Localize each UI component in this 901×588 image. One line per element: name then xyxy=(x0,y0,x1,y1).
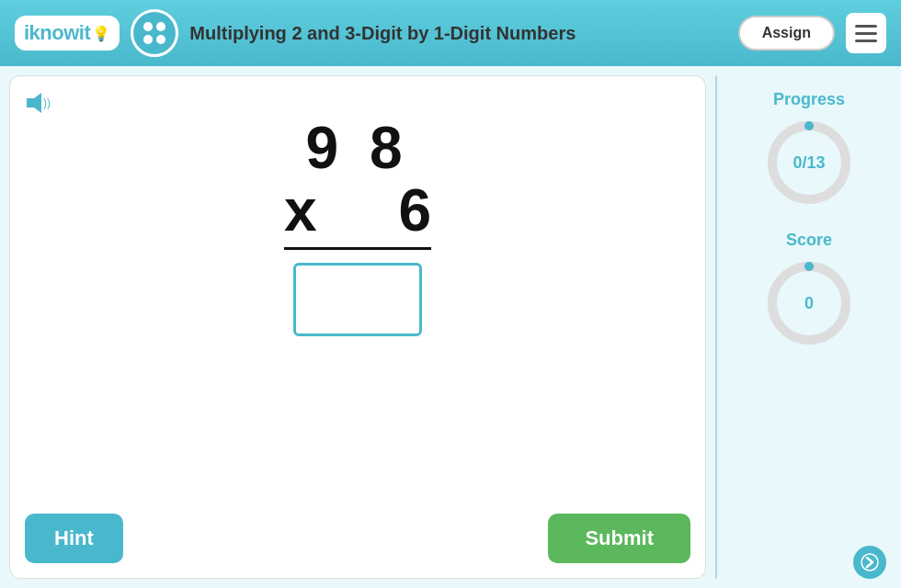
logo-text: iknowit xyxy=(24,21,90,45)
hamburger-line xyxy=(855,32,877,35)
panel-divider xyxy=(715,75,717,579)
svg-point-6 xyxy=(861,554,878,571)
submit-button[interactable]: Submit xyxy=(548,514,690,563)
problem-divider xyxy=(284,247,431,250)
svg-text:)): )) xyxy=(43,96,51,109)
problem-multiplier-row: x 6 xyxy=(284,181,431,240)
problem-panel: )) 9 8 x 6 Hint Submit xyxy=(9,75,706,579)
hint-button[interactable]: Hint xyxy=(25,514,123,563)
progress-label: Progress xyxy=(773,90,845,109)
film-icon xyxy=(131,9,178,57)
app-header: iknowit 💡 Multiplying 2 and 3-Digit by 1… xyxy=(0,0,901,66)
film-dot xyxy=(156,35,165,44)
score-value: 0 xyxy=(804,294,814,313)
lesson-title: Multiplying 2 and 3-Digit by 1-Digit Num… xyxy=(189,23,726,44)
film-dots xyxy=(143,22,165,44)
film-dot xyxy=(143,22,153,31)
svg-marker-0 xyxy=(27,93,41,113)
math-problem: 9 8 x 6 xyxy=(25,91,690,563)
progress-gauge: 0/13 xyxy=(763,117,855,209)
multiply-symbol: x xyxy=(284,181,317,240)
answer-input-box[interactable] xyxy=(293,263,422,336)
bottom-bar: Hint Submit xyxy=(25,514,690,563)
film-dot xyxy=(156,22,165,31)
progress-value: 0/13 xyxy=(793,153,825,173)
hamburger-line xyxy=(855,40,877,42)
sound-icon[interactable]: )) xyxy=(25,91,52,120)
menu-button[interactable] xyxy=(846,13,886,53)
logo: iknowit 💡 xyxy=(15,16,120,51)
main-area: )) 9 8 x 6 Hint Submit Progress xyxy=(0,66,901,588)
score-label: Score xyxy=(786,231,832,250)
assign-button[interactable]: Assign xyxy=(738,16,835,51)
progress-section: Progress 0/13 xyxy=(763,90,855,209)
stats-panel: Progress 0/13 Score 0 xyxy=(726,75,892,579)
next-arrow-button[interactable] xyxy=(853,546,886,579)
problem-top-number: 9 8 xyxy=(306,119,410,177)
bulb-icon: 💡 xyxy=(92,25,110,42)
film-dot xyxy=(143,35,153,44)
multiplier-number: 6 xyxy=(398,181,431,240)
hamburger-line xyxy=(855,25,877,28)
score-gauge: 0 xyxy=(763,257,855,349)
score-section: Score 0 xyxy=(763,231,855,349)
